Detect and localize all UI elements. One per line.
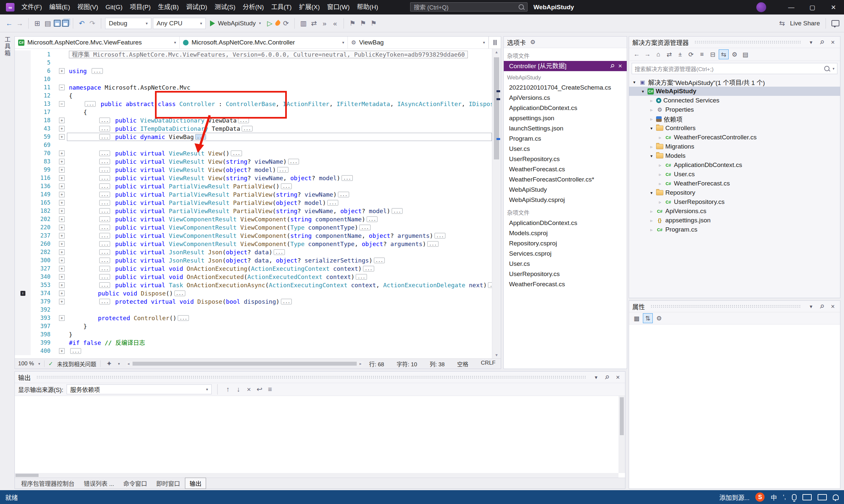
expand-arrow-icon[interactable]: ▹ xyxy=(657,181,663,186)
sogou-ime-icon[interactable]: S xyxy=(755,492,764,502)
code-line[interactable]: 116+... public virtual ViewResult View(s… xyxy=(15,174,492,182)
collapse-arrow-icon[interactable]: ▾ xyxy=(640,89,645,94)
solution-configuration-dropdown[interactable]: Debug▾ xyxy=(105,18,151,29)
restart-icon[interactable]: ⟳ xyxy=(281,17,291,29)
open-document-item[interactable]: ApplicationDbContext.cs xyxy=(504,218,627,228)
new-project-icon[interactable]: ⊞ xyxy=(33,17,42,29)
code-line[interactable]: 59+... public dynamic ViewBag... xyxy=(15,133,492,141)
fold-toggle-icon[interactable]: + xyxy=(59,159,65,164)
code-line[interactable]: 43+... public ITempDataDictionary TempDa… xyxy=(15,125,492,133)
expand-arrow-icon[interactable]: ▹ xyxy=(657,172,663,177)
code-line[interactable]: 165+... public virtual PartialViewResult… xyxy=(15,199,492,207)
document-health-label[interactable]: 未找到相关问题 xyxy=(57,360,96,368)
keyboard-icon[interactable] xyxy=(803,494,812,500)
clear-all-icon[interactable]: × xyxy=(244,383,254,395)
fold-toggle-icon[interactable]: + xyxy=(59,249,65,255)
tree-item[interactable]: ▾Models xyxy=(629,151,840,160)
code-line[interactable]: 260+... public virtual ViewComponentResu… xyxy=(15,240,492,248)
solution-search-input[interactable]: 搜索解决方案资源管理器(Ctrl+;) ▾ xyxy=(632,63,838,74)
fold-toggle-icon[interactable]: + xyxy=(59,208,65,214)
split-editor-button[interactable] xyxy=(488,37,501,49)
fold-toggle-icon[interactable]: + xyxy=(59,241,65,247)
chevron-down-icon[interactable] xyxy=(592,374,600,380)
property-pages-icon[interactable]: ⚙ xyxy=(654,313,664,323)
open-document-item[interactable]: Repository.csproj xyxy=(504,238,627,248)
tool-window-tab[interactable]: 输出 xyxy=(185,478,206,489)
next-bookmark-icon[interactable]: ⚑ xyxy=(369,17,378,29)
navigate-to-icon[interactable]: ⇄ xyxy=(309,17,318,29)
menu-item[interactable]: 窗口(W) xyxy=(323,0,354,15)
home-icon[interactable]: ⌂ xyxy=(653,49,663,59)
menu-item[interactable]: 文件(F) xyxy=(18,0,46,15)
panel-drag-grip[interactable] xyxy=(651,305,802,308)
menu-item[interactable]: 生成(B) xyxy=(154,0,182,15)
output-content[interactable] xyxy=(15,396,625,478)
project-dropdown[interactable]: C# Microsoft.AspNetCore.Mvc.ViewFeatures… xyxy=(15,37,180,49)
fold-toggle-icon[interactable]: + xyxy=(59,134,65,140)
open-document-item[interactable]: User.cs xyxy=(504,258,627,269)
tree-item[interactable]: ▹C#ApplicationDbContext.cs xyxy=(629,160,840,170)
expand-arrow-icon[interactable]: ▹ xyxy=(657,200,663,204)
menu-item[interactable]: 调试(D) xyxy=(182,0,211,15)
override-indicator-icon[interactable] xyxy=(20,291,25,296)
code-line[interactable]: 83+... public virtual ViewResult View(st… xyxy=(15,158,492,166)
editor-vertical-scrollbar[interactable]: ▴ ▾ xyxy=(492,49,501,358)
fold-toggle-icon[interactable]: + xyxy=(59,68,65,74)
chevron-down-icon[interactable] xyxy=(807,303,815,310)
notifications-bell-icon[interactable] xyxy=(833,494,839,500)
expand-arrow-icon[interactable]: ▹ xyxy=(649,144,654,149)
tree-item[interactable]: ▾Controllers xyxy=(629,124,840,133)
forward-icon[interactable]: → xyxy=(642,49,652,59)
code-line[interactable]: 393+protected Controller()... xyxy=(15,314,492,322)
code-line[interactable]: 374+public void Dispose()... xyxy=(15,289,492,298)
tool-window-tab[interactable]: 即时窗口 xyxy=(152,478,184,488)
menu-item[interactable]: 工具(T) xyxy=(268,0,295,15)
pin-icon[interactable] xyxy=(817,37,827,47)
menu-item[interactable]: 项目(P) xyxy=(126,0,154,15)
close-icon[interactable] xyxy=(829,38,837,46)
start-debugging-button[interactable]: WebApiStudy ▾ xyxy=(207,17,263,29)
save-all-icon[interactable] xyxy=(62,20,69,27)
open-document-item[interactable]: Models.csproj xyxy=(504,228,627,238)
close-icon[interactable] xyxy=(614,374,622,381)
preview-selected-icon[interactable]: ▤ xyxy=(740,49,751,59)
fold-toggle-icon[interactable]: + xyxy=(59,126,65,131)
pin-icon[interactable] xyxy=(817,301,827,311)
code-line[interactable]: 392 xyxy=(15,306,492,314)
menu-item[interactable]: 扩展(X) xyxy=(295,0,323,15)
tool-window-tab[interactable]: 错误列表 ... xyxy=(80,478,118,488)
space-mode-indicator[interactable]: 空格 xyxy=(457,360,468,368)
scroll-right-icon[interactable]: ▸ xyxy=(358,361,363,366)
save-icon[interactable] xyxy=(54,20,61,27)
menu-item[interactable]: 视图(V) xyxy=(74,0,102,15)
panel-drag-grip[interactable] xyxy=(36,376,586,379)
collapse-arrow-icon[interactable]: ▾ xyxy=(649,191,654,195)
scrollbar-thumb[interactable] xyxy=(494,57,499,159)
menu-item[interactable]: 测试(S) xyxy=(211,0,239,15)
tree-item[interactable]: ▹C#User.cs xyxy=(629,170,840,179)
alphabetical-icon[interactable]: ⇅ xyxy=(643,313,653,323)
open-document-item[interactable]: appsettings.json xyxy=(504,113,627,123)
eol-indicator[interactable]: CRLF xyxy=(481,360,496,368)
code-line[interactable]: 340+... public virtual void OnActionExec… xyxy=(15,273,492,281)
open-document-item[interactable]: Services.csproj xyxy=(504,248,627,258)
outdent-icon[interactable]: « xyxy=(330,17,340,29)
undo-icon[interactable]: ↶ xyxy=(77,17,86,29)
code-line[interactable]: 398} xyxy=(15,330,492,339)
code-line[interactable]: 400+... xyxy=(15,347,492,355)
code-line[interactable]: 327+... public virtual void OnActionExec… xyxy=(15,265,492,273)
open-document-item[interactable]: 20221020101704_CreateSchema.cs xyxy=(504,82,627,93)
code-line[interactable]: 5 xyxy=(15,59,492,67)
open-document-item[interactable]: WeatherForecast.cs xyxy=(504,279,627,289)
fold-toggle-icon[interactable]: − xyxy=(59,85,65,90)
pending-changes-icon[interactable]: ± xyxy=(675,49,685,59)
previous-bookmark-icon[interactable]: ⚑ xyxy=(358,17,367,29)
expand-arrow-icon[interactable]: ▹ xyxy=(649,209,654,214)
start-without-debugging-icon[interactable]: ▷ xyxy=(265,17,274,29)
code-line[interactable]: 12{ xyxy=(15,92,492,100)
code-cleanup-icon[interactable]: ✦ xyxy=(104,360,114,367)
code-line[interactable]: 136+... public virtual PartialViewResult… xyxy=(15,182,492,191)
code-line[interactable]: 397} xyxy=(15,322,492,330)
code-line[interactable]: 11−namespace Microsoft.AspNetCore.Mvc xyxy=(15,83,492,92)
fold-toggle-icon[interactable]: − xyxy=(59,101,65,107)
